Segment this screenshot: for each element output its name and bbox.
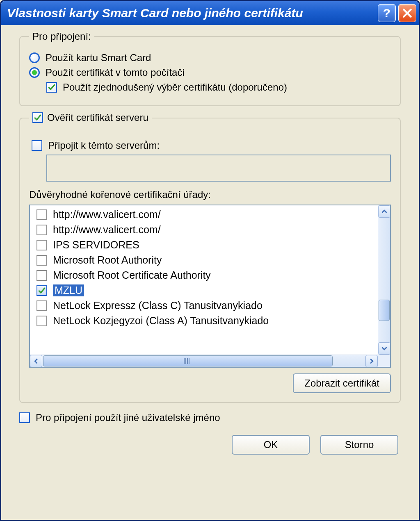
chevron-left-icon [33, 358, 39, 364]
ca-item-checkbox[interactable] [37, 300, 47, 311]
ca-item-checkbox[interactable] [37, 255, 47, 266]
chevron-down-icon [381, 346, 387, 351]
dialog-window: Vlastnosti karty Smart Card nebo jiného … [0, 0, 420, 521]
vscroll-track[interactable] [378, 218, 390, 342]
ca-item-label: IPS SERVIDORES [53, 239, 139, 251]
ca-list-item[interactable]: MZLU [30, 283, 378, 298]
checkbox-verify-server[interactable] [32, 112, 43, 123]
servers-input[interactable] [46, 155, 391, 182]
scroll-up-button[interactable] [378, 205, 390, 218]
ca-item-label: http://www.valicert.com/ [53, 209, 161, 221]
radio-row-smartcard[interactable]: Použít kartu Smart Card [29, 52, 391, 64]
ca-list-item[interactable]: NetLock Expressz (Class C) Tanusitvanyki… [30, 298, 378, 313]
ca-list-item[interactable]: Microsoft Root Certificate Authority [30, 268, 378, 283]
ca-item-checkbox[interactable] [37, 285, 47, 296]
radio-smartcard[interactable] [29, 52, 40, 63]
ca-item-label: Microsoft Root Authority [53, 254, 162, 266]
check-row-other-username[interactable]: Pro připojení použít jiné uživatelské jm… [19, 412, 401, 423]
ca-item-label: NetLock Kozjegyzoi (Class A) Tanusitvany… [53, 315, 269, 327]
check-row-simple[interactable]: Použít zjednodušený výběr certifikátu (d… [46, 82, 391, 93]
hscroll-thumb[interactable] [43, 355, 333, 366]
scroll-left-button[interactable] [30, 355, 42, 367]
help-button[interactable]: ? [378, 4, 396, 22]
cancel-button[interactable]: Storno [320, 435, 398, 455]
checkbox-simple-label: Použít zjednodušený výběr certifikátu (d… [63, 82, 287, 93]
ca-listbox-items[interactable]: http://www.valicert.com/http://www.valic… [30, 205, 378, 355]
grip-icon [184, 358, 192, 364]
ca-item-checkbox[interactable] [37, 225, 47, 235]
ca-item-label: http://www.valicert.com/ [53, 224, 161, 236]
chevron-up-icon [381, 209, 387, 214]
ca-item-checkbox[interactable] [37, 316, 47, 326]
group-connection-legend: Pro připojení: [29, 31, 94, 42]
checkbox-other-username[interactable] [19, 412, 30, 423]
horizontal-scrollbar[interactable] [30, 355, 390, 367]
group-verify: Ověřit certifikát serveru Připojit k těm… [19, 112, 401, 403]
check-icon [38, 287, 46, 295]
ca-item-label: MZLU [53, 284, 84, 296]
check-row-verify[interactable]: Ověřit certifikát serveru [32, 112, 148, 123]
ca-list-item[interactable]: IPS SERVIDORES [30, 237, 378, 253]
view-certificate-button[interactable]: Zobrazit certifikát [293, 373, 391, 393]
checkbox-connect-servers[interactable] [32, 140, 42, 151]
close-button[interactable] [398, 4, 416, 22]
dialog-content: Pro připojení: Použít kartu Smart Card P… [1, 25, 419, 520]
ca-list-item[interactable]: Microsoft Root Authority [30, 253, 378, 268]
radio-localcert-label: Použít certifikát v tomto počítači [46, 67, 185, 78]
ca-list-item[interactable]: http://www.valicert.com/ [30, 207, 378, 222]
ca-list-item[interactable]: NetLock Kozjegyzoi (Class A) Tanusitvany… [30, 313, 378, 328]
scroll-down-button[interactable] [378, 342, 390, 355]
scroll-right-button[interactable] [365, 355, 378, 367]
ok-button[interactable]: OK [232, 435, 310, 455]
radio-row-localcert[interactable]: Použít certifikát v tomto počítači [29, 67, 391, 78]
scrollbar-corner [378, 355, 390, 367]
check-icon [34, 114, 42, 122]
hscroll-track[interactable] [43, 355, 365, 367]
ca-listbox: http://www.valicert.com/http://www.valic… [29, 205, 391, 368]
close-icon [402, 8, 413, 18]
checkbox-connect-servers-label: Připojit k těmto serverům: [48, 140, 160, 151]
radio-localcert[interactable] [29, 67, 40, 78]
ca-item-checkbox[interactable] [37, 209, 47, 220]
ca-list-item[interactable]: http://www.valicert.com/ [30, 222, 378, 237]
vertical-scrollbar[interactable] [378, 205, 390, 355]
checkbox-simple-select[interactable] [46, 82, 57, 93]
ca-item-label: Microsoft Root Certificate Authority [53, 269, 211, 281]
titlebar: Vlastnosti karty Smart Card nebo jiného … [1, 1, 419, 25]
radio-smartcard-label: Použít kartu Smart Card [46, 52, 151, 64]
ca-list-label: Důvěryhodné kořenové certifikační úřady: [29, 189, 391, 200]
check-row-connect-servers[interactable]: Připojit k těmto serverům: [32, 140, 391, 151]
vscroll-thumb[interactable] [379, 300, 390, 321]
chevron-right-icon [369, 358, 374, 364]
checkbox-other-username-label: Pro připojení použít jiné uživatelské jm… [36, 412, 220, 423]
check-icon [48, 83, 56, 91]
checkbox-verify-label: Ověřit certifikát serveru [47, 112, 148, 123]
ca-item-checkbox[interactable] [37, 240, 47, 250]
dialog-button-row: OK Storno [19, 435, 401, 455]
window-title: Vlastnosti karty Smart Card nebo jiného … [7, 6, 378, 20]
ca-item-label: NetLock Expressz (Class C) Tanusitvanyki… [53, 300, 262, 312]
group-connection: Pro připojení: Použít kartu Smart Card P… [19, 31, 401, 106]
ca-item-checkbox[interactable] [37, 270, 47, 281]
